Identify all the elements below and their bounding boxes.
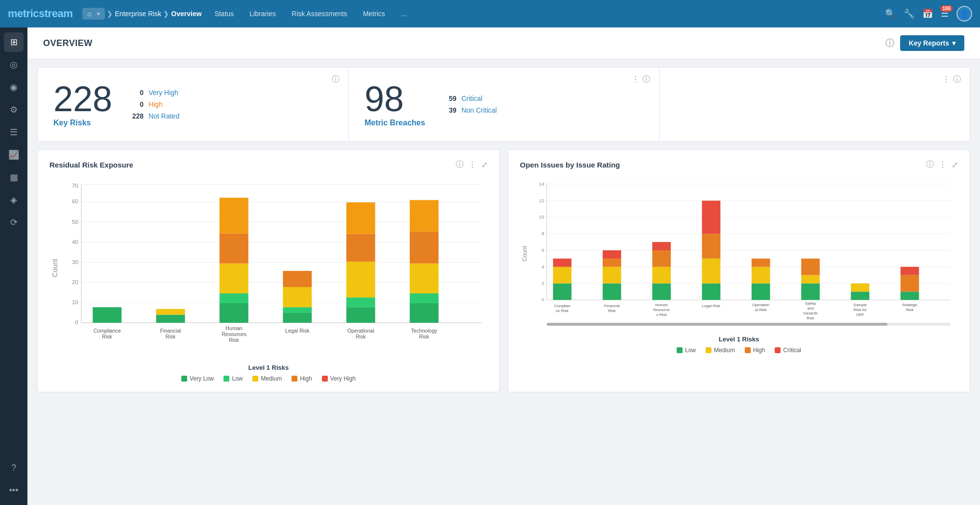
bar-issues-safety-low bbox=[801, 284, 820, 300]
nav-metrics[interactable]: Metrics bbox=[355, 1, 393, 26]
svg-text:Operation: Operation bbox=[752, 303, 769, 307]
bar-issues-compliance-crit bbox=[553, 259, 572, 267]
bar-op-medium bbox=[346, 262, 375, 297]
main-content: OVERVIEW ⓘ Key Reports ▾ ⓘ 228 Key Risks bbox=[27, 27, 980, 505]
bar-issues-compliance-med bbox=[553, 267, 572, 284]
residual-info-icon[interactable]: ⓘ bbox=[456, 160, 464, 170]
issues-legend-label-low: Low bbox=[685, 347, 696, 354]
sidebar-item-dashboard[interactable]: ⊞ bbox=[4, 32, 24, 52]
residual-more-icon[interactable]: ⋮ bbox=[468, 160, 476, 169]
sidebar-item-more[interactable]: ••• bbox=[4, 481, 24, 500]
svg-text:10: 10 bbox=[72, 299, 79, 305]
svg-text:Financial: Financial bbox=[160, 328, 181, 334]
home-button[interactable]: ⌂ ▾ bbox=[82, 8, 105, 20]
svg-text:Human: Human bbox=[225, 325, 242, 331]
high-count: 0 bbox=[132, 100, 144, 108]
breaches-main: 98 Metric Breaches 59 Critical 39 Non Cr… bbox=[365, 81, 643, 127]
third-info-icon[interactable]: ⓘ bbox=[953, 74, 961, 85]
breaches-more-icon[interactable]: ⋮ bbox=[632, 74, 639, 84]
sidebar-item-list[interactable]: ☰ bbox=[4, 122, 24, 142]
legend-color-very-high bbox=[322, 376, 328, 382]
svg-text:14: 14 bbox=[539, 181, 545, 187]
bar-tech-low bbox=[410, 293, 439, 303]
issues-info-icon[interactable]: ⓘ bbox=[926, 160, 934, 170]
svg-text:6: 6 bbox=[541, 247, 544, 253]
bar-hr-veryhigh bbox=[220, 198, 248, 234]
residual-expand-icon[interactable]: ⤢ bbox=[481, 160, 488, 169]
main-layout: ⊞ ◎ ◉ ⚙ ☰ 📈 ▦ ◈ ⟳ ? ••• OVERVIEW ⓘ Key R… bbox=[0, 27, 980, 505]
key-risks-label[interactable]: Key Risks bbox=[53, 119, 112, 127]
key-risks-info-icon[interactable]: ⓘ bbox=[332, 74, 340, 85]
breadcrumb-enterprise-risk[interactable]: Enterprise Risk bbox=[115, 10, 161, 18]
page-title: OVERVIEW bbox=[43, 38, 93, 48]
sidebar-item-gear[interactable]: ⚙ bbox=[4, 100, 24, 120]
not-rated-count: 228 bbox=[132, 112, 144, 120]
svg-text:Risk for: Risk for bbox=[854, 308, 867, 312]
nav-links: Status Libraries Risk Assessments Metric… bbox=[207, 1, 415, 26]
legend-label-high: High bbox=[300, 375, 312, 382]
calendar-icon[interactable]: 📅 bbox=[922, 8, 933, 19]
issues-legend-low: Low bbox=[677, 347, 696, 354]
high-label: High bbox=[148, 100, 163, 108]
very-high-label[interactable]: Very High bbox=[148, 89, 178, 96]
bar-financial-medium bbox=[156, 309, 185, 315]
charts-row: Residual Risk Exposure ⓘ ⋮ ⤢ Count bbox=[37, 149, 970, 392]
svg-text:Risk: Risk bbox=[229, 337, 239, 343]
search-icon[interactable]: 🔍 bbox=[885, 8, 896, 19]
svg-text:Risk: Risk bbox=[102, 334, 112, 339]
svg-text:s Risk: s Risk bbox=[656, 313, 667, 317]
svg-text:Technology: Technology bbox=[411, 328, 438, 334]
bar-issues-fin-crit bbox=[603, 250, 621, 259]
nav-more[interactable]: ... bbox=[393, 1, 415, 26]
chart-scrollbar-thumb[interactable] bbox=[547, 323, 887, 326]
sidebar-item-shield[interactable]: ◈ bbox=[4, 190, 24, 210]
legend-medium: Medium bbox=[252, 375, 282, 382]
nav-libraries[interactable]: Libraries bbox=[242, 1, 284, 26]
bar-issues-legal-low bbox=[702, 284, 721, 300]
residual-chart-header: Residual Risk Exposure ⓘ ⋮ ⤢ bbox=[49, 160, 488, 170]
tools-icon[interactable]: 🔧 bbox=[904, 8, 914, 19]
svg-text:0: 0 bbox=[75, 319, 78, 325]
key-reports-dropdown-icon: ▾ bbox=[952, 39, 956, 47]
residual-risk-chart-card: Residual Risk Exposure ⓘ ⋮ ⤢ Count bbox=[37, 149, 500, 392]
sidebar-item-globe[interactable]: ◎ bbox=[4, 55, 24, 74]
legend-label-low: Low bbox=[232, 375, 243, 382]
high-item: 0 High bbox=[132, 100, 179, 108]
nav-risk-assessments[interactable]: Risk Assessments bbox=[284, 1, 355, 26]
bar-hr-high bbox=[220, 234, 248, 264]
legend-label-very-high: Very High bbox=[330, 375, 356, 382]
residual-chart-svg: Count 0 10 20 bbox=[49, 176, 488, 360]
bar-tech-medium bbox=[410, 264, 439, 293]
sidebar-item-refresh[interactable]: ⟳ bbox=[4, 213, 24, 232]
svg-text:20: 20 bbox=[72, 279, 79, 285]
issues-expand-icon[interactable]: ⤢ bbox=[952, 160, 958, 169]
not-rated-label[interactable]: Not Rated bbox=[148, 112, 179, 120]
non-critical-label[interactable]: Non Critical bbox=[462, 106, 497, 114]
non-critical-count: 39 bbox=[445, 106, 457, 114]
sidebar-item-grid[interactable]: ▦ bbox=[4, 168, 24, 187]
svg-text:Risk: Risk bbox=[166, 334, 176, 339]
bar-issues-fin-high bbox=[603, 259, 621, 267]
third-more-icon[interactable]: ⋮ bbox=[942, 74, 950, 84]
user-avatar[interactable]: 👤 bbox=[956, 6, 972, 22]
notifications[interactable]: ☰ 186 bbox=[941, 8, 949, 19]
issues-more-icon[interactable]: ⋮ bbox=[939, 160, 947, 169]
breaches-info-icon[interactable]: ⓘ bbox=[642, 74, 650, 85]
issues-chart-header: Open Issues by Issue Rating ⓘ ⋮ ⤢ bbox=[520, 160, 958, 170]
header-help-icon[interactable]: ⓘ bbox=[885, 37, 894, 49]
residual-chart-body: Count 0 10 20 bbox=[49, 176, 488, 362]
critical-label[interactable]: Critical bbox=[462, 95, 483, 102]
legend-very-low: Very Low bbox=[181, 375, 214, 382]
issues-chart-svg: Count 0 2 4 6 8 bbox=[520, 176, 958, 332]
key-reports-button[interactable]: Key Reports ▾ bbox=[900, 35, 964, 51]
legend-very-high: Very High bbox=[322, 375, 356, 382]
sidebar-item-help[interactable]: ? bbox=[4, 458, 24, 478]
sidebar-item-target[interactable]: ◉ bbox=[4, 77, 24, 97]
bar-issues-legal-med bbox=[702, 259, 721, 284]
bar-issues-safety-high bbox=[801, 259, 820, 275]
svg-text:50: 50 bbox=[72, 218, 79, 225]
nav-status[interactable]: Status bbox=[207, 1, 242, 26]
residual-chart-x-label: Level 1 Risks bbox=[49, 364, 488, 371]
breaches-label[interactable]: Metric Breaches bbox=[365, 119, 425, 127]
sidebar-item-chart[interactable]: 📈 bbox=[4, 145, 24, 165]
